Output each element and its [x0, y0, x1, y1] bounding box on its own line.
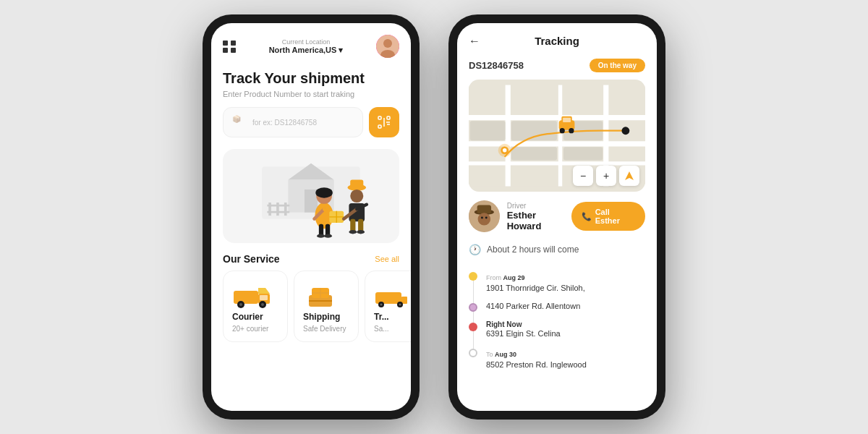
location-selector[interactable]: Current Location North America,US ▾ — [269, 38, 344, 55]
route-from-date: Aug 29 — [503, 274, 525, 281]
service-cards: Courier 20+ courier — [211, 271, 411, 342]
map-area: − + — [469, 80, 645, 192]
driver-section: Driver Esther Howard 📞 Call Esther — [457, 192, 657, 241]
route-content-from: From Aug 29 1901 Thornridge Cir. Shiloh, — [486, 270, 645, 292]
svg-point-1 — [383, 39, 392, 48]
service-title: Our Service — [223, 253, 280, 265]
page-subtitle: Enter Product Number to start traking — [211, 90, 411, 107]
see-all-link[interactable]: See all — [375, 255, 399, 263]
shipping-title: Shipping — [303, 312, 349, 322]
svg-point-24 — [324, 234, 332, 237]
back-button[interactable]: ← — [469, 35, 480, 48]
route-list: From Aug 29 1901 Thornridge Cir. Shiloh,… — [457, 263, 657, 376]
svg-point-86 — [485, 216, 488, 218]
zoom-out-button[interactable]: − — [573, 166, 593, 186]
eta-text: About 2 hours will come — [487, 244, 579, 255]
phone-icon: 📞 — [582, 212, 592, 221]
route-content-mid1: 4140 Parker Rd. Allentown — [486, 301, 645, 310]
svg-rect-4 — [387, 116, 390, 119]
location-value: North America,US ▾ — [269, 46, 344, 55]
svg-rect-70 — [470, 121, 506, 140]
courier-subtitle: 20+ courier — [232, 325, 278, 333]
route-item-from: From Aug 29 1901 Thornridge Cir. Shiloh, — [469, 265, 645, 297]
courier-icon — [232, 280, 278, 309]
svg-rect-47 — [260, 295, 268, 300]
svg-rect-34 — [350, 219, 355, 232]
search-input[interactable]: 📦 for ex: DS12846758 — [223, 107, 363, 137]
svg-rect-53 — [375, 292, 401, 304]
driver-text: Driver Esther Howard — [507, 202, 571, 231]
shipping-icon — [303, 280, 349, 309]
phone-2: ← Tracking DS12846758 On the way — [448, 14, 665, 420]
route-content-to: To Aug 30 8502 Preston Rd. Inglewood — [486, 346, 645, 369]
svg-marker-42 — [258, 288, 270, 294]
svg-point-71 — [621, 127, 629, 135]
courier-title: Courier — [232, 312, 278, 322]
svg-point-84 — [478, 213, 490, 225]
search-row: 📦 for ex: DS12846758 — [211, 107, 411, 149]
route-mid1-address: 4140 Parker Rd. Allentown — [486, 302, 645, 310]
route-dot-now — [469, 323, 477, 331]
map-controls: − + — [573, 166, 639, 186]
service-card-shipping[interactable]: Shipping Safe Delivery — [294, 271, 359, 342]
route-to-date: Aug 30 — [495, 351, 516, 358]
phone-2-screen: ← Tracking DS12846758 On the way — [457, 23, 657, 411]
phone-1-screen: Current Location North America,US ▾ Trac… — [211, 23, 411, 411]
page-title: Track Your shipment — [211, 64, 411, 90]
eta-row: 🕐 About 2 hours will come — [457, 241, 657, 263]
svg-rect-12 — [305, 190, 318, 213]
route-from-label: From Aug 29 — [486, 274, 525, 281]
svg-rect-68 — [511, 147, 557, 160]
location-label: Current Location — [282, 38, 331, 46]
route-from-address: 1901 Thornridge Cir. Shiloh, — [486, 284, 645, 292]
tr-icon — [374, 280, 411, 309]
grid-icon[interactable] — [223, 41, 236, 53]
tracking-id-row: DS12846758 On the way — [457, 59, 657, 80]
route-item-now: Right Now 6391 Elgin St. Celina — [469, 316, 645, 342]
svg-rect-5 — [378, 125, 381, 128]
tr-subtitle: Sa... — [374, 325, 411, 333]
svg-rect-16 — [267, 205, 289, 207]
navigate-button[interactable] — [619, 166, 639, 186]
route-now-address: 6391 Elgin St. Celina — [486, 329, 645, 338]
svg-point-46 — [261, 303, 264, 306]
svg-rect-3 — [378, 116, 381, 119]
phones-container: Current Location North America,US ▾ Trac… — [203, 14, 665, 420]
svg-point-85 — [481, 216, 483, 218]
route-dot-from — [469, 272, 477, 281]
route-content-now: Right Now 6391 Elgin St. Celina — [486, 320, 645, 338]
scan-button[interactable] — [369, 107, 399, 137]
route-dot-mid1 — [469, 303, 477, 312]
route-now-label: Right Now — [486, 320, 645, 328]
route-dot-to — [469, 349, 477, 357]
driver-avatar — [469, 200, 500, 232]
svg-point-58 — [399, 304, 401, 306]
service-header: Our Service See all — [211, 243, 411, 271]
service-card-courier[interactable]: Courier 20+ courier — [223, 271, 288, 342]
svg-point-20 — [315, 187, 332, 197]
tracking-id: DS12846758 — [469, 60, 524, 71]
svg-point-75 — [569, 128, 574, 133]
svg-point-23 — [317, 234, 325, 237]
tracking-title: Tracking — [535, 35, 579, 47]
route-to-label: To Aug 30 — [486, 351, 516, 358]
route-to-address: 8502 Preston Rd. Inglewood — [486, 360, 645, 369]
status-badge: On the way — [590, 59, 645, 72]
service-card-tr[interactable]: Tr... Sa... — [365, 271, 411, 342]
svg-marker-80 — [625, 171, 634, 180]
svg-point-79 — [503, 148, 506, 152]
svg-point-36 — [349, 230, 357, 234]
route-item-to: To Aug 30 8502 Preston Rd. Inglewood — [469, 342, 645, 373]
zoom-in-button[interactable]: + — [596, 166, 616, 186]
svg-rect-17 — [267, 211, 289, 213]
driver-info: Driver Esther Howard — [469, 200, 571, 232]
user-avatar[interactable] — [376, 35, 399, 58]
svg-rect-54 — [401, 297, 407, 304]
svg-rect-31 — [350, 179, 363, 189]
tr-title: Tr... — [374, 312, 411, 322]
shipping-subtitle: Safe Delivery — [303, 325, 349, 333]
call-driver-button[interactable]: 📞 Call Esther — [571, 202, 645, 231]
dropdown-icon: ▾ — [339, 46, 343, 55]
svg-rect-69 — [563, 147, 603, 160]
svg-rect-40 — [234, 291, 258, 304]
